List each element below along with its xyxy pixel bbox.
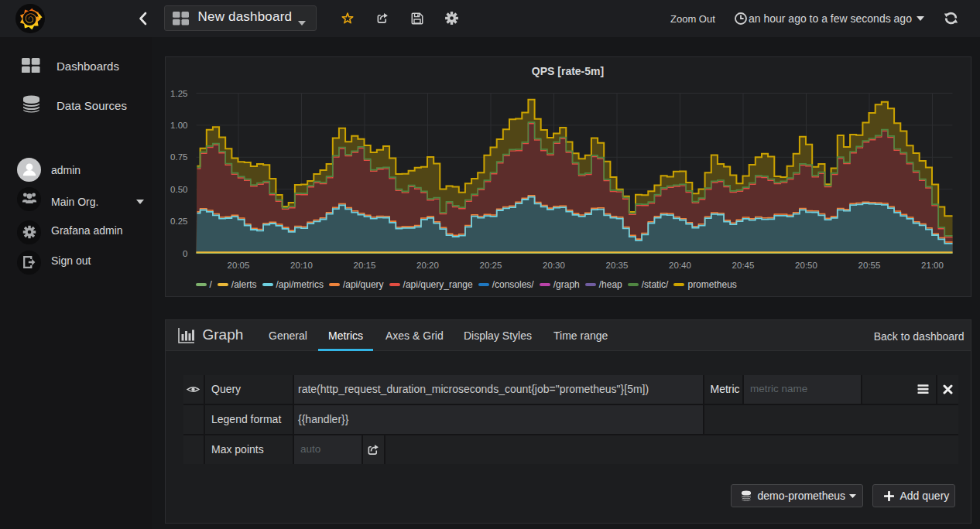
svg-text:20:05: 20:05 [227, 260, 249, 269]
svg-text:0.75: 0.75 [170, 152, 187, 162]
svg-text:0.50: 0.50 [170, 184, 187, 193]
svg-text:20:20: 20:20 [416, 260, 439, 269]
svg-text:0.25: 0.25 [170, 217, 187, 226]
svg-text:20:15: 20:15 [353, 260, 375, 269]
svg-text:20:55: 20:55 [858, 260, 880, 269]
svg-text:1.00: 1.00 [170, 120, 187, 129]
svg-text:20:25: 20:25 [479, 260, 502, 269]
svg-text:1.25: 1.25 [170, 88, 187, 97]
svg-text:20:50: 20:50 [795, 260, 817, 269]
svg-text:20:35: 20:35 [605, 260, 628, 269]
svg-text:0: 0 [183, 248, 187, 258]
svg-text:20:40: 20:40 [669, 260, 691, 269]
svg-text:20:10: 20:10 [290, 260, 313, 269]
svg-text:21:00: 21:00 [921, 260, 944, 269]
svg-text:20:30: 20:30 [543, 260, 565, 269]
svg-text:20:45: 20:45 [732, 260, 754, 269]
